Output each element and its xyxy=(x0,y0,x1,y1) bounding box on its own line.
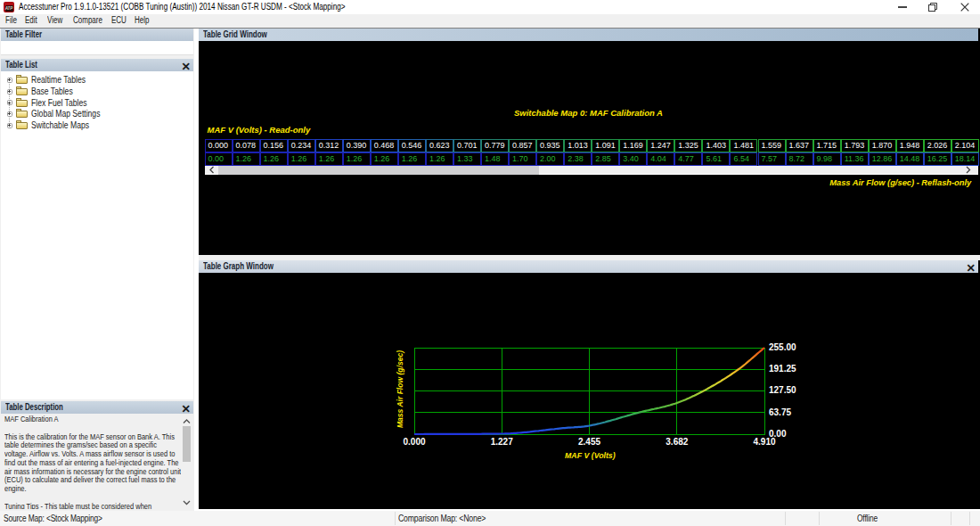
svg-text:Mass Air Flow (g/sec): Mass Air Flow (g/sec) xyxy=(395,350,404,428)
